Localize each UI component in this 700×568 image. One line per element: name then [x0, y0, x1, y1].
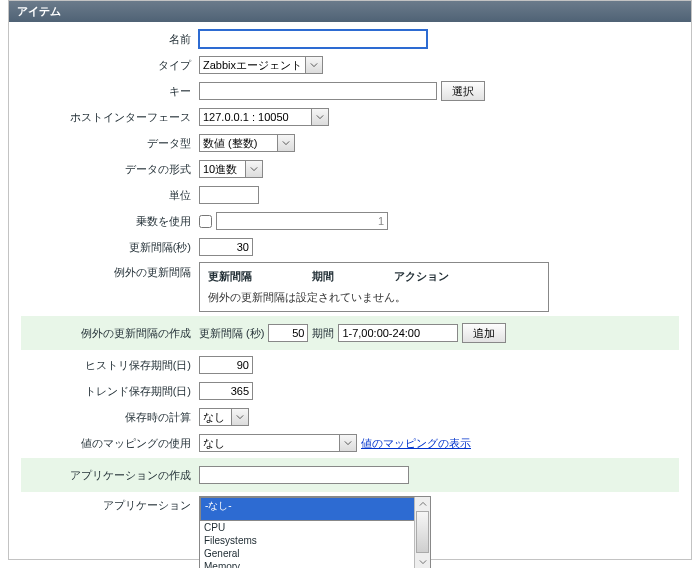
hostif-select[interactable] — [199, 108, 329, 126]
label-unit: 単位 — [21, 188, 199, 203]
scroll-down-icon[interactable] — [415, 555, 430, 568]
app-create-input[interactable] — [199, 466, 409, 484]
store-select[interactable] — [199, 408, 249, 426]
interval-input[interactable] — [199, 238, 253, 256]
label-hostif: ホストインターフェース — [21, 110, 199, 125]
multiplier-input[interactable] — [216, 212, 388, 230]
flex-interval-input[interactable] — [268, 324, 308, 342]
label-flex-create: 例外の更新間隔の作成 — [21, 326, 199, 341]
type-select[interactable] — [199, 56, 323, 74]
label-datafmt: データの形式 — [21, 162, 199, 177]
label-key: キー — [21, 84, 199, 99]
label-interval: 更新間隔(秒) — [21, 240, 199, 255]
label-type: タイプ — [21, 58, 199, 73]
datatype-select[interactable] — [199, 134, 295, 152]
panel-header: アイテム — [9, 1, 691, 22]
flex-empty-message: 例外の更新間隔は設定されていません。 — [208, 290, 540, 305]
list-item[interactable]: Memory — [200, 560, 430, 568]
valuemap-select[interactable] — [199, 434, 357, 452]
key-input[interactable] — [199, 82, 437, 100]
list-item[interactable]: CPU — [200, 521, 430, 534]
label-valuemap: 値のマッピングの使用 — [21, 436, 199, 451]
valuemap-link[interactable]: 値のマッピングの表示 — [361, 436, 471, 451]
flex-hdr-action: アクション — [394, 269, 449, 284]
label-multiplier: 乗数を使用 — [21, 214, 199, 229]
scrollbar-thumb[interactable] — [416, 511, 429, 553]
flex-sub-period-label: 期間 — [312, 326, 334, 341]
label-store: 保存時の計算 — [21, 410, 199, 425]
flex-period-input[interactable] — [338, 324, 458, 342]
flex-hdr-interval: 更新間隔 — [208, 269, 252, 284]
datafmt-select[interactable] — [199, 160, 263, 178]
trend-input[interactable] — [199, 382, 253, 400]
label-trend: トレンド保存期間(日) — [21, 384, 199, 399]
list-item[interactable]: -なし- — [200, 497, 430, 521]
flex-intervals-box: 更新間隔期間アクション 例外の更新間隔は設定されていません。 — [199, 262, 549, 312]
scroll-up-icon[interactable] — [415, 497, 430, 511]
label-name: 名前 — [21, 32, 199, 47]
flex-hdr-period: 期間 — [312, 269, 334, 284]
flex-sub-int-label: 更新間隔 (秒) — [199, 326, 264, 341]
form-body: 名前 タイプ キー 選択 ホストインターフェース データ型 データの形式 単位 … — [9, 22, 691, 568]
label-app-create: アプリケーションの作成 — [21, 468, 199, 483]
list-item[interactable]: General — [200, 547, 430, 560]
label-datatype: データ型 — [21, 136, 199, 151]
select-button[interactable]: 選択 — [441, 81, 485, 101]
unit-input[interactable] — [199, 186, 259, 204]
name-input[interactable] — [199, 30, 427, 48]
history-input[interactable] — [199, 356, 253, 374]
label-flex: 例外の更新間隔 — [21, 262, 199, 280]
label-history: ヒストリ保存期間(日) — [21, 358, 199, 373]
list-item[interactable]: Filesystems — [200, 534, 430, 547]
add-button[interactable]: 追加 — [462, 323, 506, 343]
scrollbar[interactable] — [414, 497, 430, 568]
multiplier-checkbox[interactable] — [199, 215, 212, 228]
apps-listbox[interactable]: -なし- CPU Filesystems General Memory Netw… — [199, 496, 431, 568]
label-apps: アプリケーション — [21, 496, 199, 513]
